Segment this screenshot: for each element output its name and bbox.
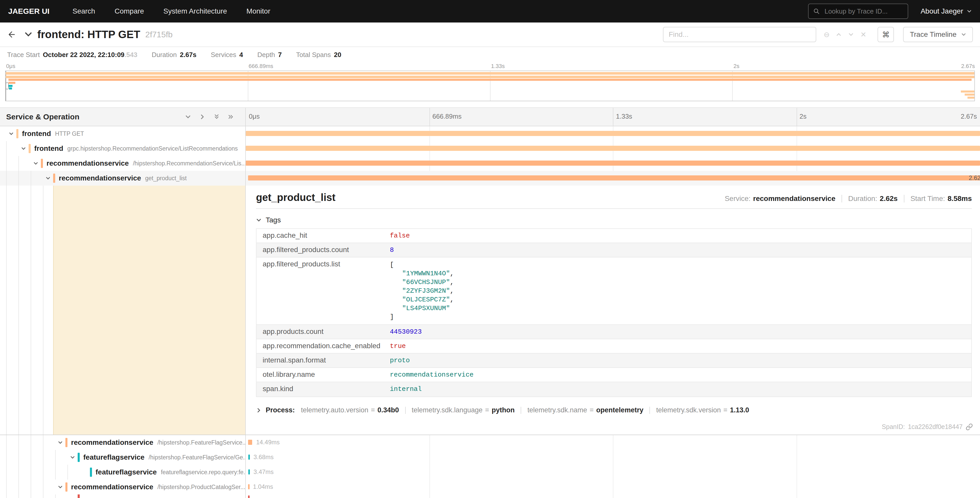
tag-row[interactable]: app.filtered_products.count8 <box>256 243 971 257</box>
minimap-tick-label: 0μs <box>6 63 15 70</box>
span-bar-cell[interactable]: 1.04ms <box>246 480 980 495</box>
operation-name: /hipstershop.FeatureFlagService/Ge... <box>149 454 245 461</box>
span-duration-bar[interactable] <box>248 455 250 460</box>
tag-row[interactable]: app.recommendation.cache_enabledtrue <box>256 339 971 354</box>
span-bar-cell[interactable]: 2.62s <box>246 171 980 185</box>
minimap-span-bar <box>8 79 971 81</box>
summary-item: Total Spans20 <box>296 51 341 59</box>
collapse-all-icon[interactable] <box>228 114 234 120</box>
expand-all-icon[interactable] <box>213 114 220 120</box>
span-row[interactable]: frontendHTTP GET <box>0 126 980 141</box>
span-duration-bar[interactable] <box>246 161 980 166</box>
partial-span-row[interactable] <box>0 495 980 498</box>
view-selector-button[interactable]: Trace Timeline <box>903 27 973 42</box>
timeline-header: Service & Operation 0μs666.89ms1.33s2s2.… <box>0 107 980 126</box>
app-logo[interactable]: JAEGER UI <box>8 7 49 16</box>
timeline-ruler: 0μs666.89ms1.33s2s2.67s <box>246 108 980 126</box>
keyboard-shortcuts-button[interactable]: ⌘ <box>878 27 894 42</box>
circle-minus-icon[interactable]: ⊖ <box>821 29 832 41</box>
tag-value: ["1YMWWN1N4O","66VCHSJNUP","2ZYFJ3GM2N",… <box>385 257 971 324</box>
span-row[interactable]: recommendationservice/hipstershop.Produc… <box>0 480 980 495</box>
tags-accordion-toggle[interactable]: Tags <box>256 216 972 224</box>
span-name-cell[interactable]: frontendgrpc.hipstershop.RecommendationS… <box>0 141 246 156</box>
json-comma: , <box>450 278 454 286</box>
json-string: "2ZYFJ3GM2N" <box>402 287 450 295</box>
chevron-up-icon[interactable] <box>834 29 844 41</box>
summary-value: October 22 2022, 22:10:09 <box>43 51 124 59</box>
span-duration-bar[interactable] <box>248 469 250 474</box>
span-row[interactable]: featureflagservicefeatureflagservice.rep… <box>0 465 980 480</box>
meta-label: Duration: <box>848 195 877 203</box>
span-name-cell[interactable]: frontendHTTP GET <box>0 126 246 141</box>
tree-guide <box>6 450 18 465</box>
link-icon[interactable] <box>966 423 973 431</box>
trace-header-tools: ⊖ ✕ ⌘ Trace Timeline <box>663 27 973 42</box>
trace-id-input[interactable] <box>823 7 903 16</box>
span-bar-cell[interactable] <box>246 126 980 141</box>
tag-row[interactable]: app.filtered_products.list["1YMWWN1N4O",… <box>256 257 971 325</box>
tag-key: app.products.count <box>256 325 385 338</box>
close-icon[interactable]: ✕ <box>858 29 869 41</box>
span-row[interactable]: recommendationservice/hipstershop.Featur… <box>0 435 980 450</box>
span-caret-icon[interactable] <box>31 161 41 166</box>
trace-minimap[interactable] <box>5 70 975 101</box>
span-caret-icon[interactable] <box>67 455 78 460</box>
back-arrow-icon[interactable] <box>7 30 16 39</box>
trace-id-search[interactable] <box>808 3 908 19</box>
minimap-span-bar <box>965 94 974 96</box>
span-duration-label: 3.68ms <box>253 453 274 461</box>
collapse-trace-header-icon[interactable] <box>24 31 32 38</box>
service-color-strip <box>16 129 18 138</box>
service-color-strip <box>78 495 80 498</box>
nav-item-search[interactable]: Search <box>63 0 105 22</box>
span-bar-cell[interactable]: 3.47ms <box>246 465 980 480</box>
span-name-cell[interactable]: featureflagservicefeatureflagservice.rep… <box>0 465 246 480</box>
tag-row[interactable]: span.kindinternal <box>256 382 971 396</box>
span-bar-cell[interactable] <box>246 156 980 171</box>
tag-row[interactable]: app.products.count44530923 <box>256 325 971 339</box>
chevron-down-icon[interactable] <box>846 29 856 41</box>
span-name-cell[interactable]: recommendationservice/hipstershop.Featur… <box>0 435 246 450</box>
span-row[interactable]: recommendationservice/hipstershop.Recomm… <box>0 156 980 171</box>
operation-name: get_product_list <box>145 175 186 182</box>
span-duration-bar[interactable] <box>248 176 980 180</box>
nav-item-system-architecture[interactable]: System Architecture <box>154 0 237 22</box>
span-caret-icon[interactable] <box>18 146 29 151</box>
meta-value: 8.58ms <box>948 195 972 203</box>
span-caret-icon[interactable] <box>55 484 65 490</box>
span-row[interactable]: featureflagservice/hipstershop.FeatureFl… <box>0 450 980 465</box>
chevron-down-icon <box>967 9 972 14</box>
span-duration-label: 2.62s <box>969 174 980 182</box>
collapse-one-icon[interactable] <box>199 114 205 120</box>
span-name-cell[interactable]: featureflagservice/hipstershop.FeatureFl… <box>0 450 246 465</box>
process-accordion[interactable]: Process: telemetry.auto.version=0.34b0te… <box>256 406 972 414</box>
span-bar-cell[interactable] <box>246 141 980 156</box>
span-caret-icon[interactable] <box>55 440 65 445</box>
span-name-cell[interactable]: recommendationserviceget_product_list <box>0 171 246 185</box>
about-jaeger-menu[interactable]: About Jaeger <box>921 7 972 15</box>
span-bar-cell[interactable]: 14.49ms <box>246 435 980 450</box>
nav-item-compare[interactable]: Compare <box>105 0 154 22</box>
span-bar-cell[interactable]: 3.68ms <box>246 450 980 465</box>
span-duration-bar[interactable] <box>246 131 980 136</box>
tag-row[interactable]: app.cache_hitfalse <box>256 229 971 243</box>
minimap-tick-label: 666.89ms <box>248 63 274 70</box>
tag-row[interactable]: otel.library.namerecommendationservice <box>256 368 971 382</box>
span-duration-bar[interactable] <box>248 484 250 489</box>
nav-item-monitor[interactable]: Monitor <box>237 0 280 22</box>
span-duration-bar[interactable] <box>246 146 980 151</box>
process-value: python <box>492 406 515 414</box>
span-caret-icon[interactable] <box>43 176 53 181</box>
span-duration-bar[interactable] <box>248 440 252 445</box>
span-name-cell[interactable]: recommendationservice/hipstershop.Produc… <box>0 480 246 495</box>
service-operation-header: Service & Operation <box>6 112 80 121</box>
span-name-cell[interactable]: recommendationservice/hipstershop.Recomm… <box>0 156 246 171</box>
span-caret-icon[interactable] <box>6 131 16 136</box>
find-input[interactable] <box>663 27 816 42</box>
span-row[interactable]: recommendationserviceget_product_list2.6… <box>0 171 980 185</box>
process-key: telemetry.auto.version <box>301 406 368 414</box>
expand-one-icon[interactable] <box>185 114 191 120</box>
tag-row[interactable]: internal.span.formatproto <box>256 354 971 368</box>
span-row[interactable]: frontendgrpc.hipstershop.RecommendationS… <box>0 141 980 156</box>
ruler-tick-label: 1.33s <box>616 112 632 120</box>
